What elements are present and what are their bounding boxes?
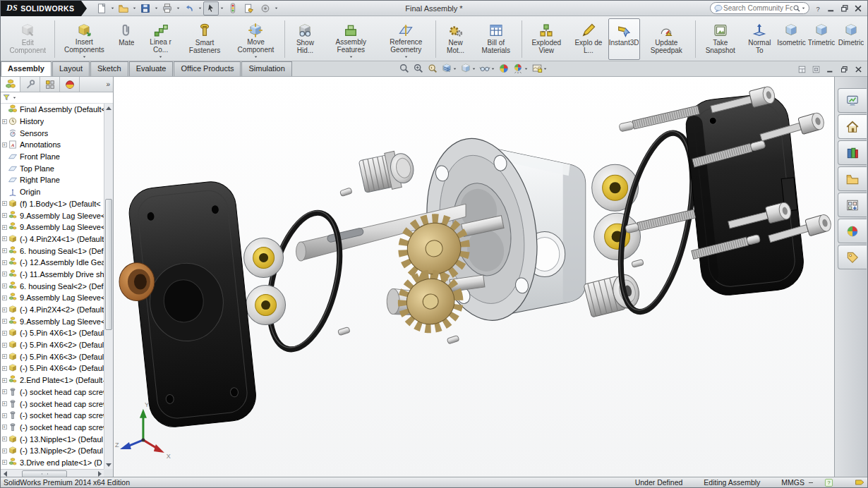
minimize-button[interactable] — [825, 3, 837, 14]
tree-item[interactable]: +(-) 5.Pin 4X6<3> (Defaul — [1, 350, 104, 362]
undo-dropdown-caret[interactable] — [198, 6, 203, 11]
bill-of-materials-button[interactable]: Bill of Materials — [473, 18, 519, 60]
mate-button[interactable]: Mate — [111, 18, 141, 60]
smart-fasteners-button[interactable]: Smart Fasteners — [180, 18, 229, 60]
expand-toggle[interactable]: + — [1, 389, 8, 394]
tab-office-products[interactable]: Office Products — [174, 61, 241, 76]
tree-item[interactable]: +(-) 12.Assembly Idle Gea — [1, 257, 104, 269]
dimxpert-manager-tab[interactable] — [60, 77, 80, 92]
tree-item[interactable]: Origin — [1, 186, 104, 198]
file-properties-button[interactable] — [241, 1, 257, 16]
filter-caret-icon[interactable] — [12, 95, 17, 100]
tree-item[interactable]: +2.End Plate<1> (Default- — [1, 374, 104, 386]
expand-toggle[interactable]: + — [1, 319, 8, 324]
expand-toggle[interactable]: + — [1, 331, 8, 336]
expand-toggle[interactable]: + — [1, 283, 8, 288]
vertical-scroll-thumb[interactable] — [105, 199, 112, 330]
tree-item[interactable]: +9.Assembly Lag Sleeve< — [1, 292, 104, 304]
expand-toggle[interactable]: + — [1, 225, 8, 230]
tree-item[interactable]: +(-) 5.Pin 4X6<1> (Defaul — [1, 327, 104, 339]
linea-r-co-button[interactable]: Linea r Co... — [141, 18, 180, 60]
new-mot-button[interactable]: New Mot... — [438, 18, 473, 60]
assembly-features-button[interactable]: Assembly Features — [323, 18, 378, 60]
expand-toggle[interactable]: + — [1, 142, 8, 147]
tree-item[interactable]: +History — [1, 116, 104, 128]
scroll-down-arrow[interactable] — [104, 460, 113, 469]
open-document-dropdown-caret[interactable] — [132, 6, 137, 11]
tree-item[interactable]: +(f) 1.Body<1> (Default< — [1, 198, 104, 210]
trimetric-button[interactable]: Trimetric — [807, 18, 836, 60]
tab-layout[interactable]: Layout — [52, 61, 90, 76]
view-palette-tab[interactable] — [838, 193, 867, 217]
exploded-view-button[interactable]: Exploded View — [524, 18, 569, 60]
isometric-button[interactable]: Isometric — [776, 18, 807, 60]
apply-scene-button[interactable] — [512, 63, 529, 74]
print-button[interactable] — [159, 1, 175, 16]
tree-item[interactable]: +(-) 13.Nipple<2> (Defaul — [1, 445, 104, 457]
options-button[interactable] — [258, 1, 273, 16]
tree-item[interactable]: Right Plane — [1, 174, 104, 186]
tree-item[interactable]: +6. housing Seal<2> (Def — [1, 280, 104, 292]
explo-de-l-button[interactable]: Explo de L... — [569, 18, 608, 60]
tab-sketch[interactable]: Sketch — [90, 61, 128, 76]
move-component-button[interactable]: Move Component — [229, 18, 282, 60]
filter-funnel-icon[interactable] — [2, 93, 11, 102]
tree-item[interactable]: +(-) 13.Nipple<1> (Defaul — [1, 433, 104, 445]
doc-restore-button[interactable] — [838, 63, 850, 75]
hide-show-items-button[interactable] — [478, 63, 496, 74]
expand-toggle[interactable]: + — [1, 449, 8, 453]
instant3d-button[interactable]: Instant3D — [608, 18, 640, 60]
copper-bushing[interactable] — [119, 262, 155, 300]
tree-vertical-scrollbar[interactable] — [104, 104, 113, 469]
new-document-dropdown-caret[interactable] — [110, 6, 115, 11]
new-document-button[interactable] — [94, 1, 109, 16]
expand-toggle[interactable]: + — [1, 343, 8, 348]
search-box[interactable] — [710, 2, 809, 14]
linea-r-co--caret[interactable] — [158, 54, 163, 59]
quick-tips-icon[interactable] — [853, 477, 865, 488]
dimetric-button[interactable]: Dimetric — [836, 18, 866, 60]
expand-toggle[interactable]: + — [1, 201, 8, 206]
expand-toggle[interactable]: + — [1, 260, 8, 265]
tree-item[interactable]: Final Assembly (Default<D — [1, 104, 104, 116]
take-snapshot-button[interactable]: Take Snapshot — [698, 18, 743, 60]
solidworks-resources-tab[interactable] — [838, 114, 867, 139]
expand-toggle[interactable]: + — [1, 460, 8, 465]
select-button[interactable] — [203, 1, 219, 16]
tab-evaluate[interactable]: Evaluate — [129, 61, 174, 76]
normal-to-button[interactable]: Normal To — [743, 18, 776, 60]
doc-minimize-button[interactable] — [824, 63, 836, 75]
tree-item[interactable]: +6. housing Seal<1> (Def — [1, 245, 104, 257]
design-library-tab[interactable] — [838, 140, 867, 165]
tree-item[interactable]: Top Plane — [1, 162, 104, 174]
search-caret-icon[interactable] — [801, 6, 806, 11]
print-dropdown-caret[interactable] — [176, 6, 181, 11]
expand-toggle[interactable]: + — [1, 236, 8, 241]
zoom-to-fit-button[interactable] — [398, 63, 411, 74]
tab-simulation[interactable]: Simulation — [241, 61, 291, 76]
tree-item[interactable]: +(-) 4.Pin2X4<2> (Default — [1, 304, 104, 316]
move-component-caret[interactable] — [253, 54, 258, 59]
show-hid-button[interactable]: Show Hid... — [287, 18, 324, 60]
custom-properties-tab[interactable] — [838, 245, 867, 269]
rebuild-button[interactable] — [225, 1, 241, 16]
viewport-single-button[interactable] — [810, 63, 822, 75]
expand-toggle[interactable]: + — [1, 378, 8, 383]
viewport-split-button[interactable] — [796, 63, 808, 75]
update-speedpak-button[interactable]: Update Speedpak — [640, 18, 693, 60]
save-button[interactable] — [138, 1, 153, 16]
rear-end-plate[interactable] — [683, 92, 806, 298]
reference-geometry-button[interactable]: Reference Geometry — [378, 18, 433, 60]
tree-item[interactable]: +(-) socket head cap screw — [1, 386, 104, 398]
expand-toggle[interactable]: + — [1, 213, 8, 218]
expand-toggle[interactable]: + — [1, 413, 8, 418]
search-icon[interactable] — [792, 4, 801, 13]
tree-item[interactable]: +(-) socket head cap screw — [1, 422, 104, 434]
edit-appearance-button[interactable] — [498, 63, 510, 74]
graphics-viewport[interactable]: Y Z X — [114, 77, 834, 478]
assembly-features-caret[interactable] — [349, 54, 354, 59]
expand-toggle[interactable]: + — [1, 248, 8, 253]
featuremanager-tree-tab[interactable] — [1, 77, 20, 92]
section-view-button[interactable] — [440, 63, 458, 74]
help-badge-icon[interactable]: ? — [823, 477, 835, 488]
